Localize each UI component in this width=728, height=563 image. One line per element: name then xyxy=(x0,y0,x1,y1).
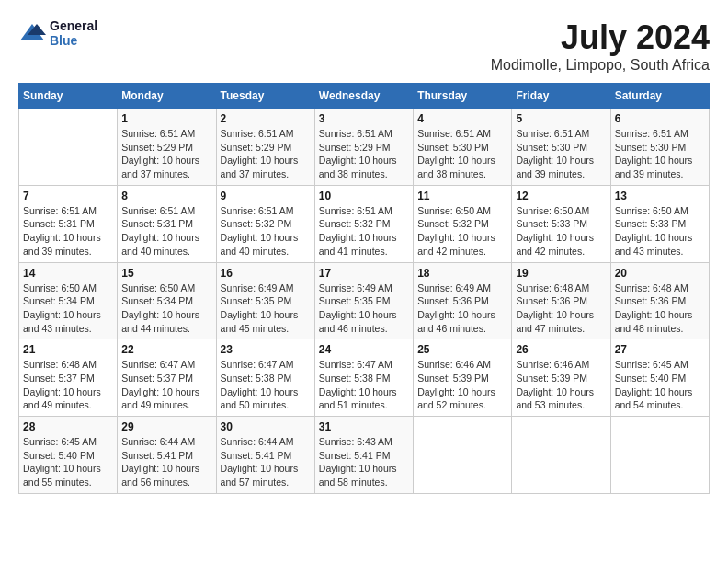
cell-content-line: Sunset: 5:34 PM xyxy=(121,294,211,308)
cell-content-line: Daylight: 10 hours xyxy=(221,308,311,322)
cell-content-line: and 39 minutes. xyxy=(615,167,705,181)
cell-content-line: Sunset: 5:36 PM xyxy=(615,294,705,308)
cell-content-line: Sunset: 5:35 PM xyxy=(319,294,409,308)
calendar-cell: 28Sunrise: 6:45 AMSunset: 5:40 PMDayligh… xyxy=(19,417,118,494)
cell-content-line: Sunset: 5:36 PM xyxy=(417,294,507,308)
cell-content-line: Sunrise: 6:46 AM xyxy=(417,358,507,372)
month-title: July 2024 xyxy=(491,18,710,57)
page-header: General Blue July 2024 Modimolle, Limpop… xyxy=(18,18,710,74)
day-number: 27 xyxy=(615,343,705,356)
cell-content-line: Sunrise: 6:49 AM xyxy=(319,282,409,295)
cell-content-line: Daylight: 10 hours xyxy=(615,154,705,167)
calendar-cell: 8Sunrise: 6:51 AMSunset: 5:31 PMDaylight… xyxy=(118,185,216,262)
day-number: 16 xyxy=(221,267,311,280)
header-cell-tuesday: Tuesday xyxy=(216,84,314,109)
calendar-cell: 30Sunrise: 6:44 AMSunset: 5:41 PMDayligh… xyxy=(216,417,314,494)
cell-content-line: and 38 minutes. xyxy=(319,167,409,181)
cell-content-line: and 52 minutes. xyxy=(417,398,507,412)
day-number: 21 xyxy=(23,343,113,356)
day-number: 14 xyxy=(23,267,113,280)
cell-content-line: and 42 minutes. xyxy=(516,245,606,259)
cell-content-line: Daylight: 10 hours xyxy=(23,231,113,245)
week-row-2: 7Sunrise: 6:51 AMSunset: 5:31 PMDaylight… xyxy=(19,185,710,262)
day-number: 26 xyxy=(516,343,606,356)
cell-content-line: Sunset: 5:36 PM xyxy=(516,294,606,308)
calendar-cell: 24Sunrise: 6:47 AMSunset: 5:38 PMDayligh… xyxy=(314,339,413,417)
calendar-cell: 16Sunrise: 6:49 AMSunset: 5:35 PMDayligh… xyxy=(216,262,314,339)
header-cell-sunday: Sunday xyxy=(19,84,118,109)
cell-content-line: Sunset: 5:41 PM xyxy=(221,449,311,463)
calendar-cell: 7Sunrise: 6:51 AMSunset: 5:31 PMDaylight… xyxy=(19,185,118,262)
cell-content-line: Sunset: 5:31 PM xyxy=(23,217,113,231)
cell-content-line: Daylight: 10 hours xyxy=(615,308,705,322)
cell-content-line: Daylight: 10 hours xyxy=(615,231,705,245)
day-number: 30 xyxy=(221,420,311,433)
cell-content-line: Daylight: 10 hours xyxy=(417,385,507,399)
day-number: 6 xyxy=(615,112,705,125)
calendar-cell: 15Sunrise: 6:50 AMSunset: 5:34 PMDayligh… xyxy=(118,262,216,339)
cell-content-line: and 54 minutes. xyxy=(615,398,705,412)
day-number: 25 xyxy=(417,343,507,356)
logo: General Blue xyxy=(18,18,97,48)
cell-content-line: Daylight: 10 hours xyxy=(319,308,409,322)
cell-content-line: Sunset: 5:31 PM xyxy=(121,217,211,231)
cell-content-line: Sunrise: 6:44 AM xyxy=(221,435,311,449)
day-number: 18 xyxy=(417,267,507,280)
cell-content-line: Daylight: 10 hours xyxy=(221,385,311,399)
cell-content-line: Daylight: 10 hours xyxy=(319,385,409,399)
calendar-cell: 11Sunrise: 6:50 AMSunset: 5:32 PMDayligh… xyxy=(414,185,512,262)
day-number: 8 xyxy=(121,190,211,202)
cell-content-line: and 46 minutes. xyxy=(417,322,507,336)
cell-content-line: Daylight: 10 hours xyxy=(23,385,113,399)
cell-content-line: Sunrise: 6:49 AM xyxy=(221,282,311,295)
cell-content-line: and 44 minutes. xyxy=(121,322,211,336)
logo-icon xyxy=(18,22,46,44)
cell-content-line: Sunset: 5:32 PM xyxy=(221,217,311,231)
calendar-cell: 10Sunrise: 6:51 AMSunset: 5:32 PMDayligh… xyxy=(314,185,413,262)
cell-content-line: Sunrise: 6:51 AM xyxy=(319,204,409,218)
day-number: 11 xyxy=(417,190,507,202)
header-cell-friday: Friday xyxy=(512,84,610,109)
cell-content-line: Sunrise: 6:48 AM xyxy=(23,358,113,372)
cell-content-line: and 57 minutes. xyxy=(221,476,311,489)
header-cell-saturday: Saturday xyxy=(610,84,709,109)
logo-text: General Blue xyxy=(50,18,97,48)
cell-content-line: Sunset: 5:29 PM xyxy=(221,141,311,155)
week-row-1: 1Sunrise: 6:51 AMSunset: 5:29 PMDaylight… xyxy=(19,109,710,186)
day-number: 2 xyxy=(221,112,311,125)
calendar-cell: 12Sunrise: 6:50 AMSunset: 5:33 PMDayligh… xyxy=(512,185,610,262)
cell-content-line: Sunrise: 6:50 AM xyxy=(615,204,705,218)
cell-content-line: Sunrise: 6:50 AM xyxy=(516,204,606,218)
day-number: 5 xyxy=(516,112,606,125)
cell-content-line: Sunset: 5:30 PM xyxy=(417,141,507,155)
cell-content-line: Daylight: 10 hours xyxy=(516,231,606,245)
calendar-cell: 29Sunrise: 6:44 AMSunset: 5:41 PMDayligh… xyxy=(118,417,216,494)
cell-content-line: Sunrise: 6:51 AM xyxy=(23,204,113,218)
cell-content-line: Daylight: 10 hours xyxy=(319,154,409,167)
cell-content-line: and 38 minutes. xyxy=(417,167,507,181)
cell-content-line: and 41 minutes. xyxy=(319,245,409,259)
cell-content-line: Sunrise: 6:51 AM xyxy=(615,127,705,141)
cell-content-line: Sunset: 5:37 PM xyxy=(23,372,113,385)
cell-content-line: Sunrise: 6:43 AM xyxy=(319,435,409,449)
cell-content-line: Sunrise: 6:48 AM xyxy=(516,282,606,295)
header-cell-thursday: Thursday xyxy=(414,84,512,109)
cell-content-line: Sunrise: 6:51 AM xyxy=(221,204,311,218)
cell-content-line: Sunrise: 6:50 AM xyxy=(417,204,507,218)
cell-content-line: Sunrise: 6:51 AM xyxy=(516,127,606,141)
cell-content-line: Daylight: 10 hours xyxy=(516,308,606,322)
cell-content-line: Daylight: 10 hours xyxy=(417,308,507,322)
calendar-cell xyxy=(512,417,610,494)
cell-content-line: and 39 minutes. xyxy=(516,167,606,181)
cell-content-line: Sunset: 5:30 PM xyxy=(615,141,705,155)
calendar-cell xyxy=(19,109,118,186)
calendar-header: SundayMondayTuesdayWednesdayThursdayFrid… xyxy=(19,84,710,109)
day-number: 22 xyxy=(121,343,211,356)
cell-content-line: Daylight: 10 hours xyxy=(319,462,409,476)
calendar-cell: 6Sunrise: 6:51 AMSunset: 5:30 PMDaylight… xyxy=(610,109,709,186)
week-row-4: 21Sunrise: 6:48 AMSunset: 5:37 PMDayligh… xyxy=(19,339,710,417)
cell-content-line: Daylight: 10 hours xyxy=(221,231,311,245)
cell-content-line: and 51 minutes. xyxy=(319,398,409,412)
day-number: 29 xyxy=(121,420,211,433)
header-cell-wednesday: Wednesday xyxy=(314,84,413,109)
